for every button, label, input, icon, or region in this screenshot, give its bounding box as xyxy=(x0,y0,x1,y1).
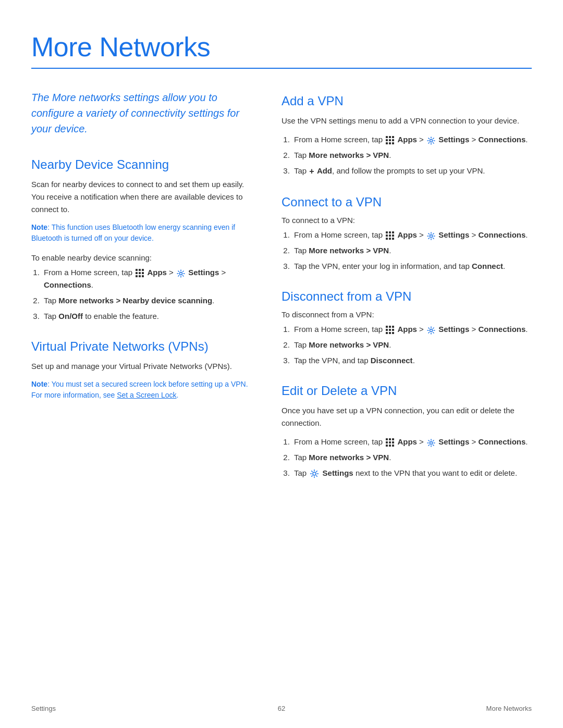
disconnect-vpn-title: Disconnect from a VPN xyxy=(282,289,532,304)
connect-vpn-step2-bold: More networks > VPN xyxy=(309,246,389,255)
left-column: The More networks settings allow you to … xyxy=(31,90,250,488)
connections-label-4: Connections xyxy=(478,325,525,334)
list-item: From a Home screen, tap Apps > Settings xyxy=(292,229,532,241)
disconnect-vpn-steps: From a Home screen, tap Apps > Settings xyxy=(292,323,532,367)
list-item: From a Home screen, tap Apps > Settings xyxy=(292,133,532,146)
footer-left: Settings xyxy=(31,705,56,712)
right-column: Add a VPN Use the VPN settings menu to a… xyxy=(282,90,532,488)
plus-icon: + xyxy=(309,165,314,178)
title-divider xyxy=(31,68,532,69)
add-vpn-step2-bold: More networks > VPN xyxy=(309,151,389,159)
page-title: More Networks xyxy=(31,31,532,63)
apps-label-2: Apps xyxy=(397,135,417,144)
disconnect-vpn-step3-bold: Disconnect xyxy=(371,356,413,365)
vpns-note-label: Note xyxy=(31,380,47,388)
disconnect-vpn-intro: To disconnect from a VPN: xyxy=(282,310,532,319)
add-vpn-steps: From a Home screen, tap Apps > Settings xyxy=(292,133,532,178)
list-item: Tap More networks > VPN. xyxy=(292,339,532,351)
list-item: Tap + Add, and follow the prompts to set… xyxy=(292,165,532,178)
edit-delete-vpn-steps: From a Home screen, tap Apps > Settings xyxy=(292,436,532,479)
footer-right: More Networks xyxy=(486,705,532,712)
list-item: From a Home screen, tap Apps > Settings xyxy=(42,266,250,291)
list-item: Tap the VPN, and tap Disconnect. xyxy=(292,354,532,367)
footer-page-number: 62 xyxy=(278,705,285,712)
main-content: The More networks settings allow you to … xyxy=(31,90,532,488)
list-item: Tap More networks > VPN. xyxy=(292,244,532,257)
gear-icon-inline xyxy=(310,469,319,478)
svg-point-1 xyxy=(430,140,433,142)
list-item: Tap the VPN, enter your log in informati… xyxy=(292,260,532,273)
connect-vpn-step3-bold: Connect xyxy=(472,262,503,270)
list-item: Tap More networks > Nearby device scanni… xyxy=(42,294,250,307)
add-vpn-title: Add a VPN xyxy=(282,94,532,108)
list-item: Tap More networks > VPN. xyxy=(292,451,532,464)
svg-point-4 xyxy=(430,441,433,444)
apps-grid-icon-3 xyxy=(386,231,394,240)
apps-grid-icon-5 xyxy=(386,438,394,447)
connections-label-5: Connections xyxy=(478,437,525,446)
vpns-body: Set up and manage your Virtual Private N… xyxy=(31,360,250,373)
list-item: From a Home screen, tap Apps > Settings xyxy=(292,323,532,336)
settings-gear-icon xyxy=(177,269,185,277)
edit-delete-vpn-step3-bold: Settings xyxy=(323,468,353,477)
connections-label-2: Connections xyxy=(478,135,525,144)
connect-vpn-steps: From a Home screen, tap Apps > Settings xyxy=(292,229,532,273)
settings-label-4: Settings xyxy=(438,325,469,334)
settings-gear-icon-4 xyxy=(427,326,435,334)
apps-grid-icon-4 xyxy=(386,326,394,334)
page-footer: Settings 62 More Networks xyxy=(31,705,532,712)
connections-label-3: Connections xyxy=(478,230,525,239)
add-vpn-step3-bold: Add xyxy=(317,166,332,175)
disconnect-vpn-step2-bold: More networks > VPN xyxy=(309,340,389,349)
apps-grid-icon xyxy=(136,269,144,277)
svg-point-0 xyxy=(180,273,182,275)
nearby-scanning-steps-label: To enable nearby device scanning: xyxy=(31,253,250,262)
vpns-note: Note: You must set a secured screen lock… xyxy=(31,379,250,401)
svg-point-3 xyxy=(430,329,433,331)
nearby-scanning-note: Note: This function uses Bluetooth low e… xyxy=(31,222,250,244)
vpns-title: Virtual Private Networks (VPNs) xyxy=(31,339,250,354)
nearby-scanning-body: Scan for nearby devices to connect to an… xyxy=(31,178,250,216)
list-item: From a Home screen, tap Apps > Settings xyxy=(292,436,532,448)
connect-vpn-intro: To connect to a VPN: xyxy=(282,216,532,225)
list-item: Tap More networks > VPN. xyxy=(292,149,532,162)
settings-label-2: Settings xyxy=(438,135,469,144)
apps-label-4: Apps xyxy=(397,325,417,334)
edit-delete-vpn-title: Edit or Delete a VPN xyxy=(282,384,532,398)
page-container: More Networks The More networks settings… xyxy=(0,0,563,529)
svg-point-5 xyxy=(313,472,316,475)
settings-label: Settings xyxy=(188,268,219,277)
intro-text: The More networks settings allow you to … xyxy=(31,90,250,137)
settings-label-5: Settings xyxy=(438,437,469,446)
set-screen-lock-link[interactable]: Set a Screen Lock xyxy=(117,391,176,399)
nearby-step2-bold: More networks > Nearby device scanning xyxy=(58,296,212,305)
nearby-scanning-title: Nearby Device Scanning xyxy=(31,157,250,172)
list-item: Tap On/Off to enable the feature. xyxy=(42,310,250,323)
connections-label: Connections xyxy=(44,280,91,289)
apps-label: Apps xyxy=(147,268,167,277)
apps-label-5: Apps xyxy=(397,437,417,446)
nearby-step3-bold: On/Off xyxy=(58,312,83,320)
settings-gear-icon-3 xyxy=(427,231,435,240)
settings-gear-icon-5 xyxy=(427,438,435,447)
add-vpn-body: Use the VPN settings menu to add a VPN c… xyxy=(282,115,532,127)
connect-vpn-title: Connect to a VPN xyxy=(282,195,532,209)
edit-delete-vpn-step2-bold: More networks > VPN xyxy=(309,453,389,462)
apps-grid-icon-2 xyxy=(386,136,394,144)
note-label: Note xyxy=(31,223,47,231)
settings-label-3: Settings xyxy=(438,230,469,239)
list-item: Tap Settings next to the VPN that you wa… xyxy=(292,467,532,479)
nearby-scanning-steps: From a Home screen, tap Apps > Settings xyxy=(42,266,250,323)
settings-gear-icon-2 xyxy=(427,136,435,144)
edit-delete-vpn-body: Once you have set up a VPN connection, y… xyxy=(282,404,532,429)
apps-label-3: Apps xyxy=(397,230,417,239)
svg-point-2 xyxy=(430,235,433,237)
